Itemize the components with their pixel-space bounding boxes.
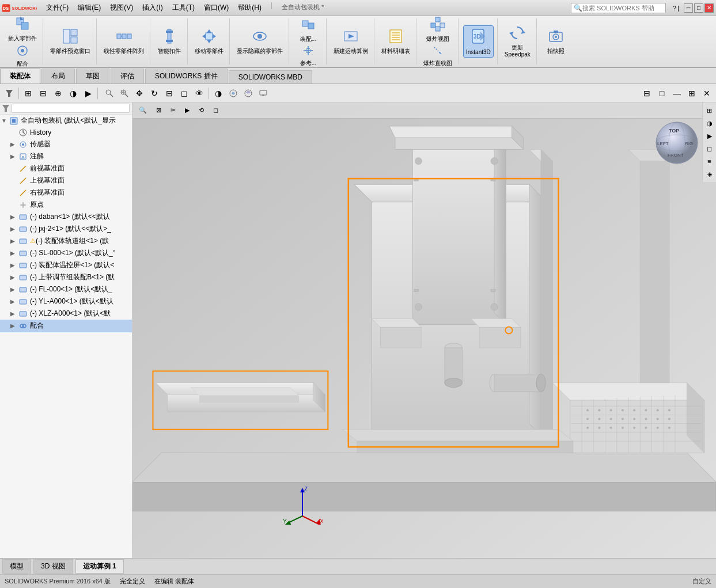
part-view-button[interactable]: 零部件预览窗口 (48, 27, 93, 56)
tree-top-plane[interactable]: 上视基准面 (0, 174, 132, 187)
tab-sketch[interactable]: 草图 (76, 69, 109, 84)
vp-wf-btn[interactable]: ◻ (209, 105, 222, 116)
rmini-list-btn[interactable]: ≡ (704, 155, 715, 167)
hide-show-button[interactable]: 👁 (192, 86, 206, 100)
svg-rect-61 (260, 90, 267, 95)
close-button[interactable]: ✕ (704, 3, 714, 13)
tab-solidworks-plugins[interactable]: SOLIDWORKS 插件 (145, 69, 228, 84)
expand-icon-daban: ▶ (10, 214, 18, 220)
tab-evaluate[interactable]: 评估 (111, 69, 144, 84)
vp-zoom-btn[interactable]: 🔍 (135, 105, 151, 116)
panel-control-4[interactable]: ⊞ (685, 86, 699, 100)
tree-yla000[interactable]: ▶ (-) YL-A000<1> (默认<默认 (0, 295, 132, 308)
tree-mate[interactable]: ▶ 配合 (0, 320, 132, 332)
tab-3d-view[interactable]: 3D 视图 (33, 559, 73, 574)
menu-view[interactable]: 视图(V) (105, 1, 138, 14)
panel-close[interactable]: ✕ (700, 86, 714, 100)
toolbar-group-show-hide: 显示隐藏的零部件 (231, 18, 289, 65)
tree-daban[interactable]: ▶ (-) daban<1> (默认<<默认 (0, 211, 132, 223)
explode-line-button[interactable]: 爆炸直线图 (421, 44, 454, 68)
color-wheel-button[interactable]: ◑ (66, 86, 80, 100)
snapshot-button[interactable]: 拍快照 (541, 27, 570, 56)
vp-view-btn[interactable]: ▶ (181, 105, 194, 116)
svg-marker-21 (202, 34, 206, 39)
rmini-box-btn[interactable]: ◻ (704, 143, 715, 154)
monitor-button[interactable] (256, 86, 270, 100)
update-button[interactable]: 更新Speedpak (502, 24, 533, 59)
vp-orient-btn[interactable]: ⟲ (195, 105, 208, 116)
material-bom-button[interactable]: 材料明细表 (379, 27, 412, 56)
grid-view-button[interactable]: ⊞ (21, 86, 35, 100)
vp-sections-btn[interactable]: ✂ (166, 105, 180, 116)
tree-xlza000[interactable]: ▶ (-) XLZ-A000<1> (默认<默 (0, 308, 132, 320)
smart-fastener-button[interactable]: 智能扣件 (155, 27, 184, 56)
tree-origin[interactable]: 原点 (0, 199, 132, 211)
linear-array-button[interactable]: 线性零部件阵列 (101, 27, 146, 56)
instant3d-button[interactable]: 3D Instant3D (463, 25, 494, 58)
search-bar[interactable]: 🔍 (571, 3, 666, 13)
rmini-grid-btn[interactable]: ⊞ (704, 105, 715, 116)
tab-solidworks-mbd[interactable]: SOLIDWORKS MBD (229, 70, 312, 84)
tree-right-plane[interactable]: 右视基准面 (0, 187, 132, 199)
insert-part-label: 插入零部件 (8, 35, 37, 42)
minimize-button[interactable]: ─ (684, 3, 693, 13)
viewport[interactable]: Z X Y 🔍 ⊠ ✂ ▶ ⟲ ◻ ⊞ ◑ ▶ (132, 103, 716, 558)
tree-root[interactable]: ▼ 全自动包装机 (默认<默认_显示 (0, 115, 132, 127)
realview-button[interactable] (241, 86, 255, 100)
reference-button[interactable]: 参考... (294, 44, 323, 68)
tree-annotations[interactable]: ▶ A 注解 (0, 150, 132, 162)
search-input[interactable] (582, 5, 663, 12)
expand-panel-button[interactable]: ▶ (81, 86, 95, 100)
filter-button[interactable] (2, 86, 16, 100)
tree-temp-screen[interactable]: ▶ (-) 装配体温控屏<1> (默认< (0, 259, 132, 271)
tree-sl000[interactable]: ▶ (-) SL-000<1> (默认<默认_° (0, 247, 132, 259)
menu-file[interactable]: 文件(F) (41, 1, 73, 14)
svg-rect-51 (554, 31, 558, 33)
crosshair-button[interactable]: ⊕ (51, 86, 65, 100)
menu-edit[interactable]: 编辑(E) (73, 1, 105, 14)
tab-layout[interactable]: 布局 (41, 69, 75, 84)
zoom-in-button[interactable] (118, 86, 131, 100)
display-style-button[interactable]: ◻ (177, 86, 191, 100)
explode-view-button[interactable]: 爆炸视图 (423, 15, 452, 44)
tab-assembly[interactable]: 装配体 (0, 69, 40, 84)
rmini-color-btn[interactable]: ◑ (704, 117, 715, 129)
assembly-button[interactable]: 装配... (294, 15, 323, 44)
rmini-diamond-btn[interactable]: ◈ (704, 168, 715, 180)
panel-control-1[interactable]: ⊟ (640, 86, 654, 100)
restore-button[interactable]: □ (694, 3, 703, 13)
tree-assembly-track[interactable]: ▶ ⚠ (-) 装配体轨道组<1> (默 (0, 235, 132, 247)
svg-rect-13 (127, 34, 131, 39)
move-parts-button[interactable]: 移动零部件 (192, 27, 226, 56)
menu-insert[interactable]: 插入(I) (138, 1, 167, 14)
flat-tree-button[interactable]: ⊟ (36, 86, 50, 100)
pan-button[interactable]: ✥ (132, 86, 146, 100)
tree-jxj2[interactable]: ▶ (-) jxj-2<1> (默认<<默认>_ (0, 223, 132, 235)
vp-zoom-fit-btn[interactable]: ⊠ (152, 105, 165, 116)
panel-control-2[interactable]: □ (655, 86, 669, 100)
show-hide-button[interactable]: 显示隐藏的零部件 (234, 27, 285, 56)
section-view-button[interactable]: ⊟ (162, 86, 176, 100)
configure-button[interactable]: 配合 (8, 43, 37, 69)
tree-history[interactable]: History (0, 127, 132, 138)
new-motion-button[interactable]: 新建运动算例 (331, 27, 370, 56)
rotate-button[interactable]: ↻ (147, 86, 161, 100)
menu-help[interactable]: 帮助(H) (233, 1, 266, 14)
tab-motion-study[interactable]: 运动算例 1 (75, 559, 124, 574)
toolbar-divider2 (97, 88, 98, 99)
zoom-to-fit-button[interactable] (103, 86, 116, 100)
rmini-expand-btn[interactable]: ▶ (704, 130, 715, 142)
panel-control-3[interactable]: — (670, 86, 684, 100)
filter-input[interactable] (12, 104, 130, 113)
menu-window[interactable]: 窗口(W) (199, 1, 233, 14)
tree-fl000[interactable]: ▶ (-) FL-000<1> (默认<默认_ (0, 283, 132, 295)
scene-button[interactable] (226, 86, 240, 100)
tree-front-plane[interactable]: 前视基准面 (0, 162, 132, 174)
tree-upper-belt[interactable]: ▶ (-) 上带调节组装配B<1> (默 (0, 271, 132, 283)
svg-point-71 (22, 143, 24, 146)
appearance-button[interactable]: ◑ (211, 86, 225, 100)
insert-part-button[interactable]: 插入零部件 (6, 14, 39, 43)
tree-sensors[interactable]: ▶ 传感器 (0, 138, 132, 150)
tab-model[interactable]: 模型 (2, 559, 31, 574)
menu-tools[interactable]: 工具(T) (168, 1, 199, 14)
